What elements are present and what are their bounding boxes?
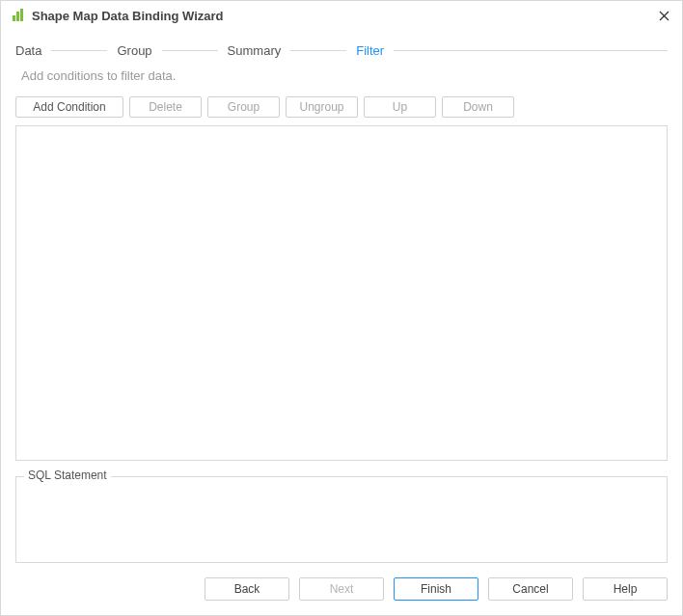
- filter-toolbar: Add Condition Delete Group Ungroup Up Do…: [15, 94, 668, 125]
- svg-rect-0: [13, 15, 15, 21]
- wizard-window: Shape Map Data Binding Wizard Data Group…: [0, 0, 683, 616]
- sql-statement-panel: SQL Statement: [15, 476, 668, 563]
- instruction-text: Add conditions to filter data.: [15, 66, 668, 94]
- titlebar: Shape Map Data Binding Wizard: [1, 1, 682, 30]
- add-condition-button[interactable]: Add Condition: [15, 96, 123, 118]
- app-icon: [11, 8, 26, 23]
- step-separator: [162, 50, 218, 51]
- step-summary[interactable]: Summary: [228, 43, 282, 58]
- svg-rect-1: [16, 12, 19, 21]
- delete-button[interactable]: Delete: [129, 96, 202, 118]
- up-button[interactable]: Up: [364, 96, 436, 118]
- window-title: Shape Map Data Binding Wizard: [32, 9, 649, 23]
- step-separator: [51, 50, 107, 51]
- wizard-footer: Back Next Finish Cancel Help: [1, 563, 682, 615]
- group-button[interactable]: Group: [207, 96, 280, 118]
- close-button[interactable]: [649, 1, 678, 30]
- step-separator: [394, 50, 668, 51]
- sql-statement-label: SQL Statement: [24, 469, 111, 482]
- back-button[interactable]: Back: [205, 577, 289, 601]
- step-separator: [290, 50, 346, 51]
- next-button[interactable]: Next: [299, 577, 384, 601]
- ungroup-button[interactable]: Ungroup: [286, 96, 358, 118]
- filter-conditions-area[interactable]: [15, 125, 668, 461]
- svg-rect-2: [20, 9, 23, 21]
- down-button[interactable]: Down: [442, 96, 514, 118]
- wizard-steps: Data Group Summary Filter: [15, 30, 668, 66]
- content-area: Data Group Summary Filter Add conditions…: [1, 30, 682, 563]
- close-icon: [659, 11, 669, 21]
- step-filter[interactable]: Filter: [356, 43, 384, 58]
- finish-button[interactable]: Finish: [394, 577, 478, 601]
- cancel-button[interactable]: Cancel: [488, 577, 573, 601]
- step-group[interactable]: Group: [117, 43, 151, 58]
- help-button[interactable]: Help: [583, 577, 668, 601]
- step-data[interactable]: Data: [15, 43, 41, 58]
